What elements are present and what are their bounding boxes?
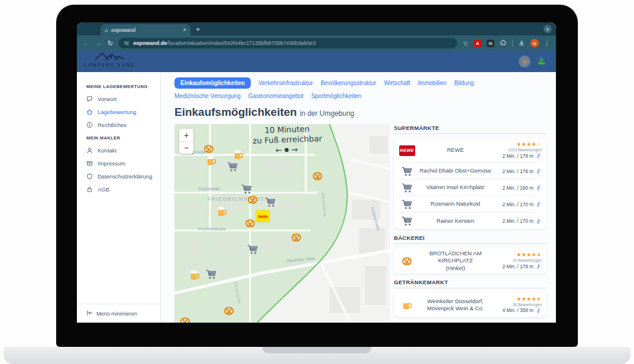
map-zoom-control: + − [179,129,193,154]
map-marker-pretzel-icon[interactable] [179,316,191,323]
menu-minimize-button[interactable]: Menü minimieren [77,304,160,323]
map-marker-pretzel-icon[interactable] [203,143,215,155]
map-marker-netto-icon[interactable]: Netto [256,210,270,222]
tab-title: expowand [111,27,180,33]
place-name: Vitamin Insel Kirchplatz [415,184,496,191]
tab-verkehrsinfrastruktur[interactable]: Verkehrsinfrastruktur [258,80,313,86]
sidebar-item-label: Lagebewertung [98,109,137,115]
browser-tab[interactable]: ⌂ expowand × [101,24,190,35]
sidebar-item-datenschutzerkl-rung[interactable]: Datenschutzerklärung [86,173,157,180]
cart-icon [399,165,415,177]
place-row-brotl-dchen-am-kirchplatz[interactable]: BROTLÄDCHEN AM KIRCHPLATZ(Hinkel)☆☆☆☆☆★★… [399,248,542,274]
map-marker-pretzel-icon[interactable] [290,232,302,243]
content-columns: HerzogstraßeFürstenwallFRIEDRICHSTADTKir… [174,124,556,323]
place-row-rainer-kersten[interactable]: Rainer Kersten2 Min. / 170 m [399,213,542,229]
sidebar-item-label: Vorwort [98,96,117,102]
map-marker-pretzel-icon[interactable] [223,305,235,317]
sidebar-item-rechtliches[interactable]: Rechtliches [86,122,157,128]
place-row-weinkeller-d-sseldorf[interactable]: Weinkeller Düsseldorf,Mövenpick Wein & C… [399,292,542,317]
rewe-logo-badge: REWE [399,145,415,156]
sidebar-section-title: MEINE LAGEBEWERTUNG [86,84,157,89]
reload-button[interactable]: ↻ [108,40,113,47]
map-label-zimmerstra-e: Zimmerstraße [234,281,241,304]
map-marker-cart-icon[interactable] [205,268,217,280]
category-tabs: EinkaufsmöglichkeitenVerkehrsinfrastrukt… [174,77,547,99]
place-row-rewe[interactable]: REWEREWE☆☆☆☆☆★★★★★1023 Bewertungen2 Min.… [399,138,542,163]
collapse-icon [86,310,93,317]
sidebar-item-agb[interactable]: AGB [86,186,157,193]
bookmark-star-icon[interactable]: ☆ [462,40,468,47]
map-marker-cart-icon[interactable] [247,243,258,255]
place-name: Rainer Kersten [415,217,496,225]
home-icon [86,109,93,115]
tab-immobilien[interactable]: Immobilien [418,80,447,86]
section-title-getr-nkemarkt: GETRÄNKEMARKT [394,279,546,288]
new-tab-button[interactable]: + [196,25,200,34]
profile-avatar[interactable]: v [531,39,539,47]
download-report-icon[interactable] [536,56,546,68]
place-meta: 2 Min. / 170 m [496,201,542,207]
downloads-icon[interactable] [518,40,525,47]
place-meta: ☆☆☆☆☆★★★★★1023 Bewertungen2 Min. / 178 m [496,142,542,159]
fx-extension-icon[interactable]: fx [487,40,494,47]
laptop-screen: ⌂ expowand × + ∨ ← → ↻ expowand.de/locat… [56,5,578,347]
shield-icon [86,173,93,180]
back-button[interactable]: ← [83,40,90,47]
company-logo[interactable]: COMPANY NAME Slogan Goes Here [84,51,135,72]
map-marker-pretzel-icon[interactable] [244,217,256,229]
map-label-kirchfeldstra-e: Kirchfeldstraße [198,227,226,231]
tab-bildung[interactable]: Bildung [454,80,474,86]
map-marker-cart-icon[interactable] [227,161,238,173]
place-row-vitamin-insel-kirchplatz[interactable]: Vitamin Insel Kirchplatz2 Min. / 190 m [399,180,542,196]
tab-einkaufsm-glichkeiten[interactable]: Einkaufsmöglichkeiten [174,77,251,89]
tab-sportm-glichkeiten[interactable]: Sportmöglichkeiten [311,93,361,99]
reviews-count: 20 Bewertungen [512,258,542,262]
tab-search-chevron-icon[interactable]: ∨ [544,25,552,33]
sidebar-item-lagebewertung[interactable]: Lagebewertung [86,109,157,115]
cart-icon [399,215,415,227]
adobe-extension-icon[interactable]: A [474,40,481,47]
map-marker-pretzel-icon[interactable] [247,194,258,206]
sidebar-item-label: Rechtliches [98,122,127,128]
tune-icon[interactable] [124,40,130,46]
tab-close-icon[interactable]: × [183,27,186,33]
zoom-in-button[interactable]: + [179,129,193,141]
sidebar-item-label: AGB [98,186,109,193]
app-header: COMPANY NAME Slogan Goes Here [77,51,556,72]
map-marker-beer-icon[interactable] [189,269,200,281]
place-row-rosmarin-naturkost[interactable]: Rosmarin Naturkost2 Min. / 170 m [399,196,542,213]
walk-distance: 2 Min. / 178 m [502,152,542,159]
address-bar[interactable]: expowand.de/locationValuation/index/542f… [118,38,457,48]
tab-gastronomieangebot[interactable]: Gastronomieangebot [248,93,303,99]
sidebar-item-vorwort[interactable]: Vorwort [86,96,157,102]
place-name: BROTLÄDCHEN AM KIRCHPLATZ(Hinkel) [415,250,496,272]
place-meta: ☆☆☆☆☆★★★★★20 Bewertungen2 Min. / 178 m [496,252,542,269]
place-row-rachid-dhabi-obst-gem-se[interactable]: Rachid Dhabi Obst+Gemüse2 Min. / 176 m [399,163,542,180]
pretzel-icon [399,255,415,267]
walking-person-icon [535,201,542,207]
map[interactable]: HerzogstraßeFürstenwallFRIEDRICHSTADTKir… [174,124,390,323]
place-name: Rachid Dhabi Obst+Gemüse [415,167,496,174]
sidebar-item-impressum[interactable]: Impressum [86,160,157,167]
map-marker-beer-icon[interactable] [216,206,228,217]
map-marker-pretzel-icon[interactable] [312,170,324,182]
forward-button[interactable]: → [95,40,102,47]
map-marker-cart-icon[interactable] [264,196,276,208]
theme-sun-icon[interactable] [519,56,531,67]
sidebar-item-kontakt[interactable]: Kontakt [86,147,157,154]
tab-wirtschaft[interactable]: Wirtschaft [384,80,410,86]
archive-icon [86,160,93,167]
places-card: REWEREWE☆☆☆☆☆★★★★★1023 Bewertungen2 Min.… [394,138,546,229]
tab-bev-lkerungsstruktur[interactable]: Bevölkerungsstruktur [321,80,376,86]
map-marker-beer-icon[interactable] [205,155,217,167]
toolbar-divider [512,40,513,47]
zoom-out-button[interactable]: − [179,141,193,154]
browser-menu-icon[interactable]: ⋮ [544,40,550,47]
map-marker-cart-icon[interactable] [241,183,253,195]
walk-distance: 2 Min. / 176 m [502,168,542,174]
place-meta: ☆☆☆☆☆★★★★★36 Bewertungen4 Min. / 358 m [496,297,542,314]
place-name: Rosmarin Naturkost [415,200,496,207]
tab-medizinische-versorgung[interactable]: Medizinische Versorgung [174,93,241,99]
places-panel: SUPERMÄRKTEREWEREWE☆☆☆☆☆★★★★★1023 Bewert… [394,124,546,323]
extensions-puzzle-icon[interactable] [500,40,507,47]
